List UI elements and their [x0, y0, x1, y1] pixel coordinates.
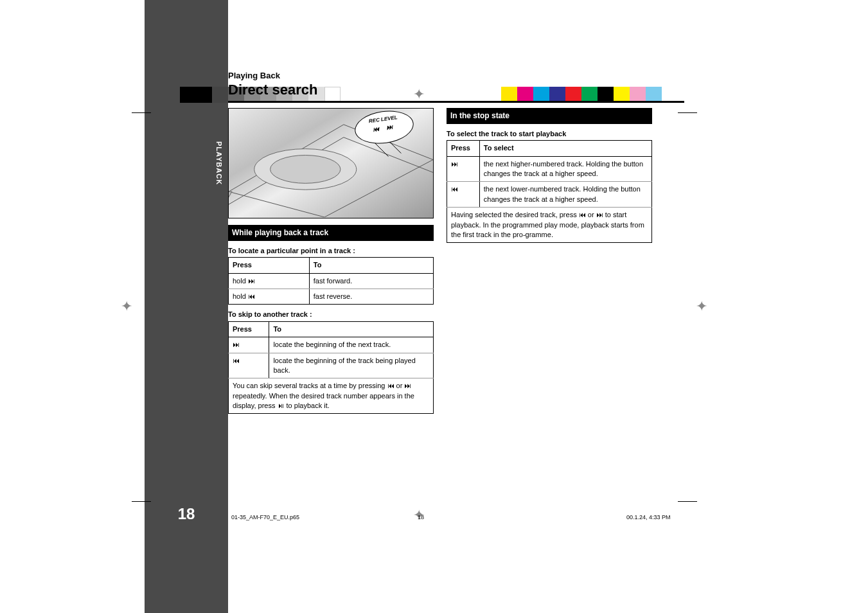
col-header-to-select: To select [479, 141, 651, 156]
cell-prev-icon: ⏮ [229, 353, 269, 378]
crop-mark [132, 501, 151, 502]
cell-higher-desc: the next higher-numbered track. Holding … [479, 156, 651, 182]
play-pause-icon: ⏯ [278, 402, 285, 409]
page-content: Playing Back Direct search REC LEVEL [228, 71, 684, 418]
cell-higher-icon: ⏭ [447, 156, 480, 182]
skip-forward-icon: ⏭ [404, 382, 411, 389]
svg-rect-2 [229, 191, 232, 203]
cell-lower-desc: the next lower-numbered track. Holding t… [479, 182, 651, 208]
skip-forward-icon: ⏭ [451, 160, 458, 168]
col-header-press-2: Press [229, 321, 269, 337]
skip-forward-icon: ⏭ [233, 341, 240, 348]
category-heading: Playing Back [228, 71, 684, 80]
col-header-to: To [309, 258, 433, 273]
col-header-press: Press [229, 258, 310, 273]
skip-back-icon: ⏮ [451, 185, 458, 193]
cell-ff: fast forward. [309, 273, 433, 289]
cell-next-icon: ⏭ [229, 337, 269, 353]
cell-fr: fast reverse. [309, 289, 433, 304]
device-illustration: REC LEVEL ⏮ ⏭ [228, 108, 434, 218]
skip-forward-icon: ⏭ [386, 123, 396, 132]
left-column: REC LEVEL ⏮ ⏭ While playing back a track… [228, 108, 434, 418]
sidebar-section-label: PLAYBACK [215, 141, 223, 185]
footer-page-mid: 18 [418, 514, 424, 520]
table-skip-track: Press To ⏭ locate the beginning of the n… [228, 321, 434, 414]
fast-reverse-icon: ⏮ [248, 292, 255, 300]
section-heading-playback: While playing back a track [228, 225, 434, 241]
skip-back-icon: ⏮ [373, 125, 382, 134]
subheading-locate-point: To locate a particular point in a track … [228, 246, 434, 256]
registration-mark-icon: ✦ [694, 299, 709, 314]
page-title: Direct search [228, 82, 684, 103]
cell-lower-icon: ⏮ [447, 182, 480, 208]
subheading-skip-track: To skip to another track : [228, 310, 434, 319]
cell-hold-fwd: hold ⏭ [229, 273, 310, 289]
fast-forward-icon: ⏭ [248, 277, 255, 285]
svg-point-0 [254, 149, 357, 190]
cell-next-desc: locate the beginning of the next track. [269, 337, 434, 353]
page-number: 18 [145, 505, 228, 523]
skip-back-icon: ⏮ [579, 211, 586, 218]
table-select-track: Press To select ⏭ the next higher-number… [447, 140, 652, 243]
cell-prev-desc: locate the beginning of the track being … [269, 353, 434, 378]
skip-back-icon: ⏮ [233, 357, 240, 364]
cell-hold-rev: hold ⏮ [229, 289, 310, 304]
skip-back-icon: ⏮ [387, 382, 394, 389]
right-column: In the stop state To select the track to… [447, 108, 652, 418]
section-heading-stop: In the stop state [447, 108, 652, 124]
skip-forward-icon: ⏭ [596, 211, 603, 218]
cell-skip-note: You can skip several tracks at a time by… [229, 378, 434, 414]
col-header-press-3: Press [447, 141, 480, 156]
subheading-select-track: To select the track to start playback [447, 129, 652, 139]
col-header-to-2: To [269, 321, 434, 337]
cell-select-note: Having selected the desired track, press… [447, 208, 652, 243]
registration-mark-icon: ✦ [119, 299, 134, 314]
footer-file-path: 01-35_AM-F70_E_EU.p65 [231, 514, 299, 520]
crop-mark [132, 112, 151, 113]
footer-timestamp: 00.1.24, 4:33 PM [626, 514, 671, 520]
crop-mark [678, 501, 697, 502]
rec-level-callout: REC LEVEL ⏮ ⏭ [353, 108, 416, 147]
table-locate-point: Press To hold ⏭ fast forward. hold ⏮ fas… [228, 257, 434, 305]
svg-point-1 [270, 155, 341, 184]
